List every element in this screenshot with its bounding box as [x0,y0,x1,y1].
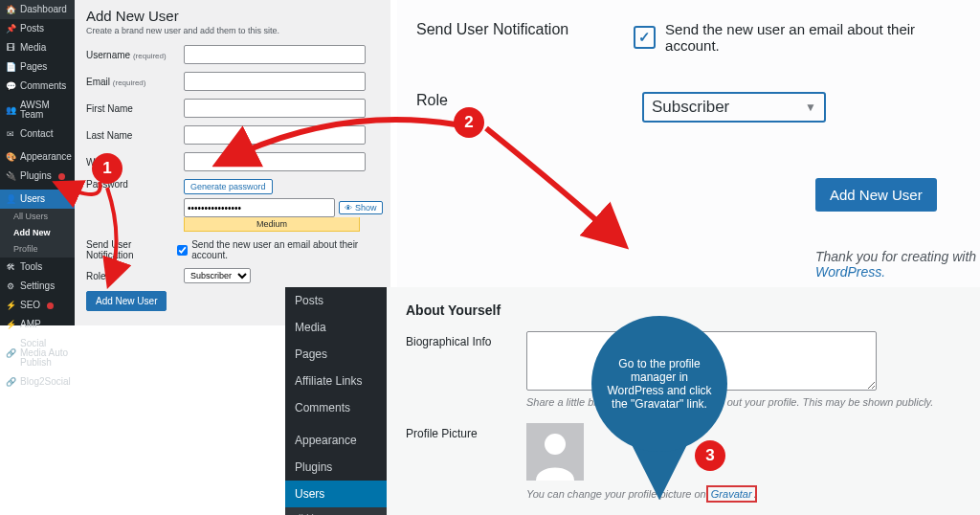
send-notification-label: Send User Notification [86,239,177,260]
avatar [526,423,584,481]
password-input[interactable] [184,198,335,217]
sidebar-item-label: Settings [20,281,55,291]
bio-label: Biographical Info [406,331,526,348]
sidebar-item-label: Posts [20,24,44,34]
dashboard-icon: 🏠 [6,5,15,14]
sidebar-item-label: Blog2Social [20,377,71,387]
appearance-icon: 🎨 [6,152,15,162]
role-label: Role [86,271,184,281]
sidebar-item-appearance[interactable]: 🎨Appearance [0,147,75,167]
first-name-label: First Name [86,103,184,114]
annotation-tip-bubble: Go to the profile manager in WordPress a… [591,316,727,452]
settings-icon: ⚙ [6,281,15,291]
panel-role-selector: Send User Notification ✓ Send the new us… [397,0,980,287]
sidebar-item-label: Pages [20,62,47,72]
sidebar-item-plugins[interactable]: Plugins [285,454,387,481]
required-hint: (required) [113,78,146,87]
show-password-button[interactable]: 👁Show [339,201,383,214]
required-hint: (required) [133,52,167,60]
username-label: Username [86,50,130,60]
last-name-input[interactable] [184,125,366,145]
sidebar-item-users[interactable]: Users [285,481,387,507]
add-new-user-submit[interactable]: Add New User [815,178,937,212]
sidebar-item-plugins[interactable]: 🔌Plugins [0,167,75,186]
sidebar-item-pages[interactable]: Pages [285,341,387,368]
sidebar-item-awsm-team[interactable]: 👥AWSM Team [0,96,75,124]
username-input[interactable] [184,45,366,64]
eye-icon: 👁 [345,204,352,213]
plugins-icon: 🔌 [6,171,15,181]
section-heading: About Yourself [406,302,961,318]
sidebar-item-label: SEO [20,301,40,310]
sidebar-item-contact[interactable]: ✉Contact [0,124,75,144]
contact-icon: ✉ [6,129,15,139]
sidebar-item-comments[interactable]: Comments [285,394,387,421]
sidebar-subitem-add-new[interactable]: Add New [0,225,75,241]
sidebar-subitem-all-users[interactable]: All Users [0,209,75,225]
pages-icon: 📄 [6,62,15,72]
sidebar-item-social-media-auto-publish[interactable]: 🔗Social Media Auto Publish [0,334,75,372]
comments-icon: 💬 [6,81,15,91]
social-media-auto-publish-icon: 🔗 [6,348,15,358]
wp-footer-credit: Thank you for creating with WordPress. [815,249,980,280]
sidebar-item-label: Tools [20,262,42,272]
panel-add-new-user: 🏠Dashboard📌Posts🎞Media📄Pages💬Comments👥AW… [0,0,390,325]
sidebar-item-label: Users [20,194,45,204]
sidebar-item-media[interactable]: Media [285,314,387,341]
blog2social-icon: 🔗 [6,377,15,387]
add-new-user-submit[interactable]: Add New User [86,291,167,311]
sidebar-item-dashboard[interactable]: 🏠Dashboard [0,0,75,19]
annotation-step-2: 2 [454,107,484,138]
sidebar-item-label: Plugins [20,171,52,181]
awsm-team-icon: 👥 [6,105,15,115]
generate-password-button[interactable]: Generate password [184,179,273,194]
sidebar-item-label: AMP [20,320,41,329]
sidebar-item-media[interactable]: 🎞Media [0,38,75,57]
posts-icon: 📌 [6,24,15,34]
email-label: Email [86,77,110,87]
sidebar-item-pages[interactable]: 📄Pages [0,57,75,77]
sidebar-item-posts[interactable]: Posts [285,287,387,314]
update-badge [58,173,65,180]
sidebar-item-blog2social[interactable]: 🔗Blog2Social [0,372,75,392]
add-user-form: Add New User Create a brand new user and… [75,0,394,325]
email-input[interactable] [184,72,366,91]
send-notification-checkbox[interactable] [177,245,188,256]
sidebar-item-seo[interactable]: ⚡SEO [0,296,75,315]
sidebar-item-settings[interactable]: ⚙Settings [0,277,75,296]
amp-icon: ⚡ [6,320,15,329]
update-badge [47,302,54,309]
bio-hint: Share a little biographical information … [526,396,961,408]
wp-admin-sidebar: PostsMediaPagesAffiliate LinksCommentsAp… [285,287,387,515]
send-notification-checkbox-wrap[interactable]: Send the new user an email about their a… [177,239,382,260]
chevron-down-icon: ▼ [805,101,816,114]
sidebar-item-label: Contact [20,129,53,139]
role-select[interactable]: Subscriber ▼ [642,92,826,123]
first-name-input[interactable] [184,99,366,118]
sidebar-subitem[interactable]: ll Users [285,507,387,515]
sidebar-subitem-profile[interactable]: Profile [0,241,75,258]
profile-picture-label: Profile Picture [406,423,526,440]
wordpress-link[interactable]: WordPress. [815,264,885,280]
sidebar-item-amp[interactable]: ⚡AMP [0,315,75,334]
sidebar-item-appearance[interactable]: Appearance [285,427,387,454]
tools-icon: 🛠 [6,262,15,272]
sidebar-item-users[interactable]: 👤Users [0,190,75,209]
send-notification-checkbox[interactable]: ✓ [634,26,656,49]
sidebar-item-affiliate-links[interactable]: Affiliate Links [285,368,387,394]
role-select[interactable]: Subscriber [184,268,251,283]
website-input[interactable] [184,152,366,171]
page-subtitle: Create a brand new user and add them to … [86,26,383,35]
send-notification-label: Send User Notification [416,21,634,38]
sidebar-item-tools[interactable]: 🛠Tools [0,258,75,277]
page-title: Add New User [86,8,383,24]
sidebar-item-comments[interactable]: 💬Comments [0,77,75,96]
users-icon: 👤 [6,194,15,204]
seo-icon: ⚡ [6,301,15,310]
annotation-step-3: 3 [695,440,725,471]
sidebar-item-posts[interactable]: 📌Posts [0,19,75,38]
password-strength: Medium [184,217,360,232]
wp-admin-sidebar: 🏠Dashboard📌Posts🎞Media📄Pages💬Comments👥AW… [0,0,75,325]
gravatar-link[interactable]: Gravatar [709,488,754,500]
send-notification-text: Send the new user an email about their a… [665,21,961,54]
